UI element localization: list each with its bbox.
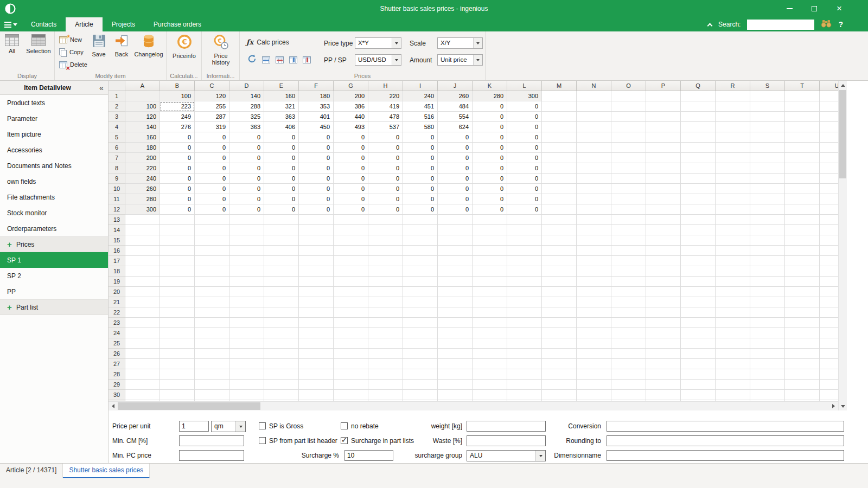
column-header-P[interactable]: P xyxy=(646,81,681,91)
cell-O9[interactable] xyxy=(611,174,646,184)
cell-J17[interactable] xyxy=(438,256,473,266)
cell-B27[interactable] xyxy=(160,359,195,369)
cell-K28[interactable] xyxy=(473,369,507,380)
cell-O14[interactable] xyxy=(611,225,646,235)
tab-contacts[interactable]: Contacts xyxy=(22,17,66,31)
cell-L13[interactable] xyxy=(507,215,542,225)
cell-J29[interactable] xyxy=(438,380,473,390)
cell-I11[interactable]: 0 xyxy=(403,194,438,204)
cell-P12[interactable] xyxy=(646,204,681,215)
cell-K22[interactable] xyxy=(473,307,507,318)
amount-select[interactable]: Unit price xyxy=(437,54,483,66)
cell-B3[interactable]: 249 xyxy=(160,112,195,122)
cell-J28[interactable] xyxy=(438,369,473,380)
cell-J25[interactable] xyxy=(438,338,473,349)
cell-E28[interactable] xyxy=(264,369,299,380)
cell-T4[interactable] xyxy=(785,122,820,132)
row-header-28[interactable]: 28 xyxy=(108,369,125,380)
cell-M20[interactable] xyxy=(542,287,577,297)
cell-N21[interactable] xyxy=(577,297,611,307)
cell-U19[interactable] xyxy=(820,277,838,287)
cell-A3[interactable]: 120 xyxy=(125,112,160,122)
cell-F4[interactable]: 450 xyxy=(299,122,334,132)
row-header-26[interactable]: 26 xyxy=(108,349,125,359)
cell-R23[interactable] xyxy=(716,318,750,328)
cell-F10[interactable]: 0 xyxy=(299,184,334,194)
cell-E1[interactable]: 160 xyxy=(264,91,299,101)
cell-M6[interactable] xyxy=(542,143,577,153)
cell-S16[interactable] xyxy=(750,246,785,256)
cell-P13[interactable] xyxy=(646,215,681,225)
cell-M7[interactable] xyxy=(542,153,577,163)
cell-H24[interactable] xyxy=(368,328,403,338)
cell-M13[interactable] xyxy=(542,215,577,225)
dropdown-arrow-icon[interactable] xyxy=(473,55,482,65)
cell-L14[interactable] xyxy=(507,225,542,235)
cell-L30[interactable] xyxy=(507,390,542,400)
cell-M8[interactable] xyxy=(542,163,577,174)
cell-R14[interactable] xyxy=(716,225,750,235)
dropdown-arrow-icon[interactable] xyxy=(392,38,401,48)
cell-P9[interactable] xyxy=(646,174,681,184)
cell-C4[interactable]: 319 xyxy=(195,122,229,132)
cell-H19[interactable] xyxy=(368,277,403,287)
cell-K26[interactable] xyxy=(473,349,507,359)
cell-C30[interactable] xyxy=(195,390,229,400)
cell-S13[interactable] xyxy=(750,215,785,225)
cell-K16[interactable] xyxy=(473,246,507,256)
cell-S7[interactable] xyxy=(750,153,785,163)
column-header-D[interactable]: D xyxy=(229,81,264,91)
cell-T25[interactable] xyxy=(785,338,820,349)
doc-tab-shutter-basic-sales-prices[interactable]: Shutter basic sales prices xyxy=(63,464,150,478)
cell-S21[interactable] xyxy=(750,297,785,307)
cell-S5[interactable] xyxy=(750,132,785,143)
cell-P4[interactable] xyxy=(646,122,681,132)
cell-H27[interactable] xyxy=(368,359,403,369)
cell-Q8[interactable] xyxy=(681,163,716,174)
cell-P24[interactable] xyxy=(646,328,681,338)
cell-A16[interactable] xyxy=(125,246,160,256)
cell-Q21[interactable] xyxy=(681,297,716,307)
cell-U24[interactable] xyxy=(820,328,838,338)
cell-B8[interactable]: 0 xyxy=(160,163,195,174)
maximize-button[interactable] xyxy=(802,0,827,17)
cell-T10[interactable] xyxy=(785,184,820,194)
cell-S2[interactable] xyxy=(750,101,785,112)
cell-B1[interactable]: 100 xyxy=(160,91,195,101)
main-menu-button[interactable] xyxy=(0,17,22,31)
cell-C26[interactable] xyxy=(195,349,229,359)
cell-L7[interactable]: 0 xyxy=(507,153,542,163)
cell-O12[interactable] xyxy=(611,204,646,215)
cell-I1[interactable]: 240 xyxy=(403,91,438,101)
cell-D29[interactable] xyxy=(229,380,264,390)
cell-M14[interactable] xyxy=(542,225,577,235)
row-header-29[interactable]: 29 xyxy=(108,380,125,390)
column-header-H[interactable]: H xyxy=(368,81,403,91)
cell-D25[interactable] xyxy=(229,338,264,349)
scroll-right-button[interactable] xyxy=(829,402,838,410)
cell-A9[interactable]: 240 xyxy=(125,174,160,184)
cell-G28[interactable] xyxy=(334,369,368,380)
cell-P18[interactable] xyxy=(646,266,681,277)
sidebar-item-orderparameters[interactable]: Orderparameters xyxy=(0,221,108,236)
cell-E11[interactable]: 0 xyxy=(264,194,299,204)
cell-J27[interactable] xyxy=(438,359,473,369)
cell-A30[interactable] xyxy=(125,390,160,400)
row-header-4[interactable]: 4 xyxy=(108,122,125,132)
cell-K30[interactable] xyxy=(473,390,507,400)
cell-I20[interactable] xyxy=(403,287,438,297)
cell-R9[interactable] xyxy=(716,174,750,184)
cell-N4[interactable] xyxy=(577,122,611,132)
cell-F6[interactable]: 0 xyxy=(299,143,334,153)
cell-P10[interactable] xyxy=(646,184,681,194)
cell-N24[interactable] xyxy=(577,328,611,338)
column-header-J[interactable]: J xyxy=(438,81,473,91)
cell-F15[interactable] xyxy=(299,235,334,246)
cell-K15[interactable] xyxy=(473,235,507,246)
cell-C25[interactable] xyxy=(195,338,229,349)
cell-K19[interactable] xyxy=(473,277,507,287)
cell-Q16[interactable] xyxy=(681,246,716,256)
cell-L10[interactable]: 0 xyxy=(507,184,542,194)
cell-A15[interactable] xyxy=(125,235,160,246)
cell-H29[interactable] xyxy=(368,380,403,390)
